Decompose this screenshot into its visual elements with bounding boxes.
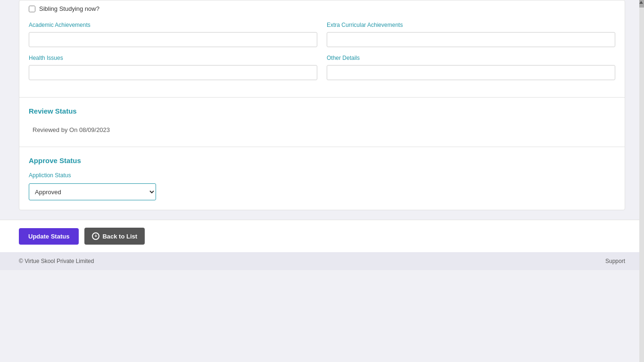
reviewed-by-text: Reviewed by On 08/09/2023 <box>29 123 615 137</box>
application-status-select[interactable]: Approved Pending Rejected <box>29 183 156 200</box>
academic-input[interactable] <box>29 32 317 47</box>
sibling-label: Sibling Studying now? <box>39 5 99 12</box>
health-input[interactable] <box>29 65 317 80</box>
extra-curricular-input[interactable] <box>327 32 615 47</box>
update-status-button[interactable]: Update Status <box>19 228 79 245</box>
sibling-checkbox[interactable] <box>29 6 35 12</box>
health-label: Health Issues <box>29 55 317 61</box>
scroll-up-icon[interactable] <box>639 1 643 4</box>
approve-status-title: Approve Status <box>29 156 615 165</box>
scrollbar-thumb[interactable] <box>639 0 644 8</box>
extra-curricular-label: Extra Curricular Achievements <box>327 22 615 28</box>
other-details-label: Other Details <box>327 55 615 61</box>
scrollbar[interactable] <box>639 0 644 362</box>
back-to-list-button[interactable]: + Back to List <box>84 228 145 245</box>
action-bar: Update Status + Back to List <box>0 220 644 252</box>
other-details-input[interactable] <box>327 65 615 80</box>
footer: © Virtue Skool Private Limited Support <box>0 252 644 270</box>
back-label: Back to List <box>102 233 137 240</box>
copyright-text: © Virtue Skool Private Limited <box>19 258 94 264</box>
application-status-label: Appliction Status <box>29 172 156 179</box>
academic-label: Academic Achievements <box>29 22 317 28</box>
support-link[interactable]: Support <box>605 258 625 264</box>
circle-plus-icon: + <box>92 232 99 240</box>
review-status-title: Review Status <box>29 107 615 115</box>
